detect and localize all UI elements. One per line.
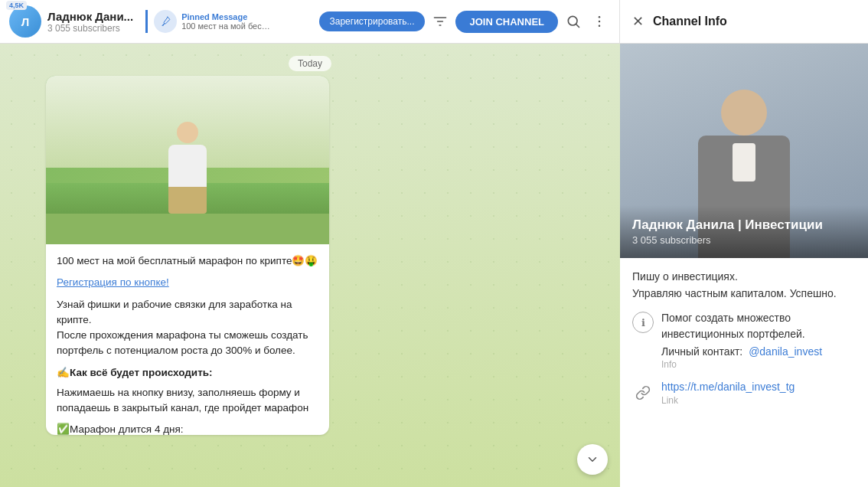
channel-cover-photo: Ладнюк Данила | Инвестиции 3 055 subscri… — [620, 44, 868, 258]
link-row: https://t.me/danila_invest_tg Link — [632, 381, 856, 407]
link-label: Link — [661, 395, 678, 406]
chat-panel: Today — [0, 44, 620, 487]
subscriber-badge: 4,5K — [6, 1, 27, 10]
pinned-message-icon — [154, 10, 177, 33]
close-info-button[interactable]: ✕ — [632, 15, 644, 28]
link-icon — [632, 382, 654, 404]
svg-point-3 — [599, 25, 601, 28]
msg-text-5: ✍️Как всё будет происходить: — [57, 365, 318, 381]
msg-text-4: После прохождения марафона ты сможешь со… — [57, 328, 318, 359]
chat-messages[interactable]: Today — [0, 44, 620, 487]
search-button[interactable] — [563, 11, 584, 32]
info-desc-1: Пишу о инвестициях. — [632, 270, 856, 283]
more-options-button[interactable] — [589, 11, 610, 32]
cover-subscribers: 3 055 subscribers — [632, 234, 856, 246]
info-desc-2: Управляю частным капиталом. Успешно. — [632, 287, 856, 299]
message-card: 100 мест на мой бесплатный марафон по кр… — [46, 76, 329, 435]
info-portfolio-text: Помог создать множество инвестиционных п… — [661, 310, 856, 342]
channel-header-info: Ладнюк Дани... 3 055 subscribers — [47, 10, 133, 34]
pinned-preview: 100 мест на мой бесплатны... — [181, 21, 273, 31]
scroll-down-button[interactable] — [577, 444, 608, 475]
info-label: Info — [661, 359, 856, 370]
message-photo — [46, 76, 329, 244]
pinned-label: Pinned Message — [181, 12, 273, 21]
channel-link[interactable]: https://t.me/danila_invest_tg — [661, 381, 795, 393]
main-layout: Today — [0, 44, 868, 487]
channel-name: Ладнюк Дани... — [47, 10, 133, 23]
info-body: Пишу о инвестициях. Управляю частным кап… — [620, 258, 868, 419]
msg-text-3: Узнай фишки и рабочие связки для заработ… — [57, 297, 318, 328]
subscriber-count: 3 055 subscribers — [47, 23, 133, 34]
svg-point-1 — [599, 16, 601, 18]
cover-channel-name: Ладнюк Данила | Инвестиции — [632, 217, 856, 233]
info-row: ℹ Помог создать множество инвестиционных… — [632, 310, 856, 370]
channel-avatar: Л — [9, 5, 41, 38]
pinned-message[interactable]: Pinned Message 100 мест на мой бесплатны… — [145, 10, 273, 33]
svg-point-2 — [599, 21, 601, 23]
channel-info-title: Channel Info — [653, 15, 727, 28]
msg-text-2: Регистрация по кнопке! — [57, 275, 318, 290]
filter-button[interactable] — [429, 11, 451, 32]
msg-text-1: 100 мест на мой бесплатный марафон по кр… — [57, 253, 318, 269]
contact-link[interactable]: @danila_invest — [749, 345, 822, 358]
today-divider: Today — [0, 56, 620, 70]
info-contact-row: Личный контакт: @danila_invest — [661, 345, 856, 358]
channel-info-panel: Ладнюк Данила | Инвестиции 3 055 subscri… — [620, 44, 868, 487]
info-circle-icon: ℹ — [632, 312, 654, 333]
msg-text-6: Нажимаешь на кнопку внизу, заполняешь фо… — [57, 385, 318, 417]
register-button[interactable]: Зарегистрировать... — [319, 11, 426, 31]
msg-text-7: ✅Марафон длится 4 дня: — [57, 422, 318, 435]
join-channel-button[interactable]: JOIN CHANNEL — [455, 11, 558, 33]
